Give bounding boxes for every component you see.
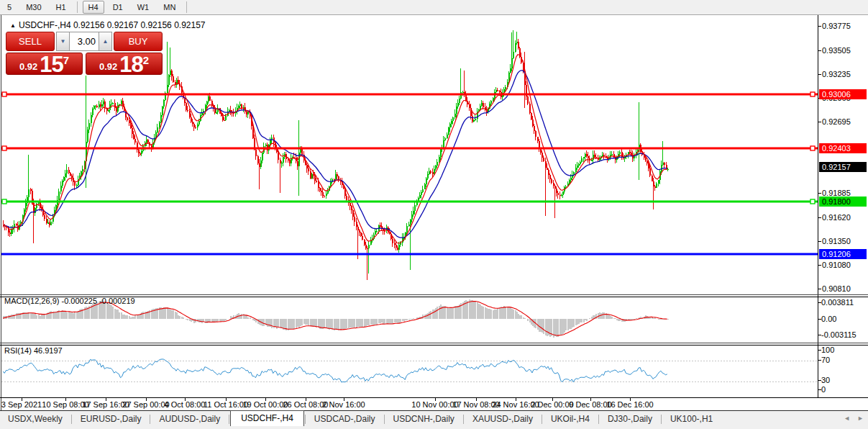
price-tick-label: 0.90810 bbox=[822, 284, 851, 294]
chart-tab-usdchf-h4[interactable]: USDCHF-,H4 bbox=[230, 410, 304, 427]
time-axis-label: 16 Dec 16:00 bbox=[606, 400, 653, 409]
tab-separator bbox=[384, 415, 385, 424]
low-value: 0.92156 bbox=[140, 20, 171, 30]
sell-price-box[interactable]: 0.92 15 7 bbox=[6, 53, 83, 75]
buy-price-main: 18 bbox=[119, 55, 142, 74]
tab-scroll-nav: ◄ ► bbox=[844, 415, 864, 422]
time-axis-label: 19 Oct 00:00 bbox=[243, 400, 288, 409]
price-tick-label: 0.93505 bbox=[822, 46, 851, 55]
line-handle[interactable] bbox=[810, 92, 815, 96]
sell-price-pip: 7 bbox=[63, 54, 69, 66]
macd-axis-label: 0.00 bbox=[821, 315, 836, 324]
tab-separator bbox=[150, 415, 150, 424]
tab-separator bbox=[598, 415, 599, 424]
price-tick-label: 0.93235 bbox=[822, 70, 851, 79]
chart-tab-usdcnh-daily[interactable]: USDCNH-,Daily bbox=[385, 412, 462, 427]
rsi-line bbox=[3, 359, 667, 382]
price-tick-label: 0.91350 bbox=[822, 237, 851, 246]
rsi-axis-label: 70 bbox=[821, 356, 830, 365]
chart-tab-eurusd-daily[interactable]: EURUSD-,Daily bbox=[73, 412, 150, 427]
volume-increase-icon[interactable]: ▲ bbox=[99, 32, 112, 51]
rsi-axis-label: 100 bbox=[821, 346, 834, 355]
macd-axis-label: -0.003115 bbox=[821, 330, 856, 340]
price-tick-label: 0.91620 bbox=[822, 213, 851, 222]
time-axis-label: 10 Nov 00:00 bbox=[411, 400, 458, 409]
tab-separator bbox=[71, 415, 72, 424]
line-handle[interactable] bbox=[2, 199, 6, 204]
chart-tab-audusd-daily[interactable]: AUDUSD-,Daily bbox=[151, 412, 228, 427]
macd-axis-label: 0.003811 bbox=[821, 298, 854, 307]
tab-separator bbox=[463, 415, 464, 424]
sell-price-prefix: 0.92 bbox=[19, 61, 37, 72]
symbol-label: USDCHF-,H4 bbox=[19, 20, 71, 30]
tab-scroll-right-icon[interactable]: ► bbox=[857, 415, 864, 422]
sell-button[interactable]: SELL bbox=[6, 32, 55, 51]
price-badge: 0.92157 bbox=[819, 162, 867, 172]
chart-tab-ukoil-h4[interactable]: UKOil-,H4 bbox=[543, 412, 598, 427]
buy-price-pip: 2 bbox=[143, 54, 149, 66]
volume-input[interactable] bbox=[70, 32, 99, 51]
price-badge: 0.91800 bbox=[819, 197, 867, 207]
sell-price-main: 15 bbox=[40, 55, 63, 74]
buy-price-box[interactable]: 0.92 18 2 bbox=[86, 53, 163, 75]
time-axis-label: 9 Dec 08:00 bbox=[569, 400, 611, 409]
buy-button[interactable]: BUY bbox=[114, 32, 163, 51]
time-axis-label: 2 Nov 16:00 bbox=[322, 400, 365, 409]
price-badge: 0.91206 bbox=[819, 249, 867, 259]
time-axis-label: 11 Oct 16:00 bbox=[204, 400, 248, 409]
price-badge: 0.92403 bbox=[819, 143, 867, 153]
chart-tab-uk100-h1[interactable]: UK100-,H1 bbox=[662, 412, 721, 427]
mt4-terminal: 5M30H1H4D1W1MN ▲USDCHF-,H4 0.92156 0.921… bbox=[0, 0, 868, 429]
tab-separator bbox=[542, 415, 542, 424]
tab-separator bbox=[229, 415, 229, 424]
chart-tab-usdcad-daily[interactable]: USDCAD-,Daily bbox=[306, 412, 383, 427]
one-click-trade-panel: SELL ▼ ▲ BUY 0.92 15 7 0.92 18 2 bbox=[6, 32, 163, 75]
time-axis-label: 3 Sep 2021 bbox=[1, 400, 42, 409]
rsi-axis-label: 0 bbox=[821, 385, 826, 394]
ma-slow-line bbox=[3, 71, 667, 238]
chart-ohlc-title: ▲USDCHF-,H4 0.92156 0.92167 0.92156 0.92… bbox=[10, 20, 206, 30]
chart-tab-bar: USDX,WeeklyEURUSD-,DailyAUDUSD-,DailyUSD… bbox=[0, 410, 868, 427]
status-strip bbox=[0, 426, 868, 429]
tab-separator bbox=[661, 415, 662, 424]
time-axis-label: 27 Sep 00:00 bbox=[122, 400, 169, 409]
line-handle[interactable] bbox=[810, 146, 815, 150]
price-tick-label: 0.93775 bbox=[822, 22, 851, 31]
price-tick-label: 0.92695 bbox=[822, 117, 851, 127]
chart-tab-xauusd-daily[interactable]: XAUUSD-,Daily bbox=[465, 412, 541, 427]
chart-tab-usdx-weekly[interactable]: USDX,Weekly bbox=[0, 412, 70, 427]
chart-tab-dj30-daily[interactable]: DJ30-,Daily bbox=[600, 412, 660, 427]
volume-decrease-icon[interactable]: ▼ bbox=[56, 32, 70, 51]
rsi-axis-label: 30 bbox=[821, 376, 830, 385]
price-tick-label: 0.91080 bbox=[822, 261, 851, 270]
time-axis-label: 26 Oct 08:00 bbox=[283, 400, 329, 409]
tab-separator bbox=[305, 415, 306, 424]
line-handle[interactable] bbox=[2, 146, 6, 150]
time-axis-label: 2 Dec 00:00 bbox=[531, 400, 573, 409]
volume-spinner: ▼ ▲ bbox=[56, 32, 112, 51]
line-handle[interactable] bbox=[810, 199, 815, 204]
buy-price-prefix: 0.92 bbox=[99, 61, 117, 72]
collapse-panel-icon[interactable]: ▲ bbox=[10, 22, 16, 29]
line-handle[interactable] bbox=[2, 92, 6, 96]
tab-scroll-left-icon[interactable]: ◄ bbox=[844, 415, 850, 422]
high-value: 0.92167 bbox=[107, 20, 138, 30]
time-axis-label: 4 Oct 08:00 bbox=[165, 400, 206, 409]
close-value: 0.92157 bbox=[174, 20, 205, 30]
open-value: 0.92156 bbox=[73, 20, 104, 30]
price-badge: 0.93006 bbox=[819, 89, 867, 99]
macd-label: MACD(12,26,9) -0.000225 -0.000219 bbox=[4, 297, 135, 305]
rsi-label: RSI(14) 46.9197 bbox=[4, 346, 63, 355]
